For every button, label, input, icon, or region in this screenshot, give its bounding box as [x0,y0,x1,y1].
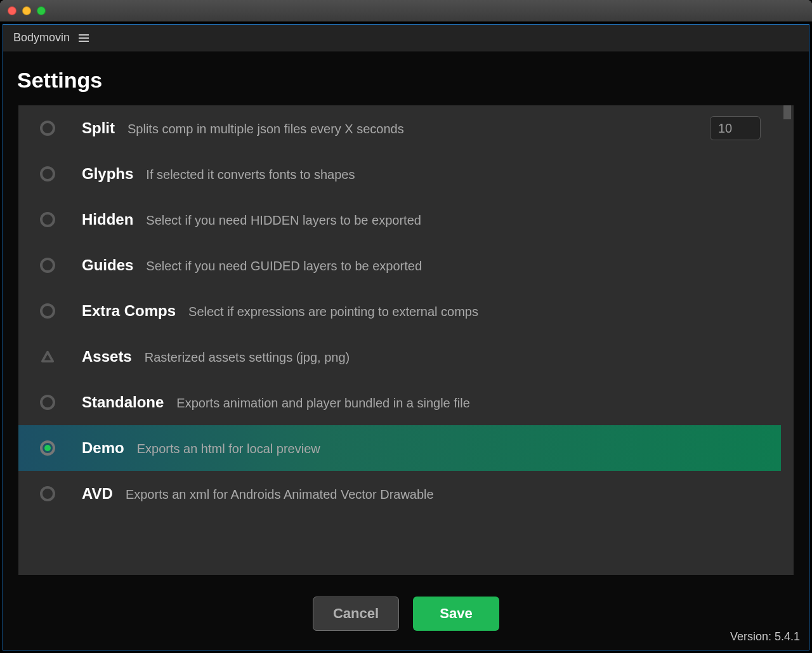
setting-labels: DemoExports an html for local preview [82,439,766,457]
setting-description: Select if you need HIDDEN layers to be e… [146,213,421,228]
settings-row-assets[interactable]: AssetsRasterized assets settings (jpg, p… [18,334,781,379]
version-label: Version: 5.4.1 [730,630,800,643]
radio-icon[interactable] [40,303,55,319]
setting-label: Guides [82,256,133,274]
radio-icon[interactable] [40,258,55,273]
setting-description: Rasterized assets settings (jpg, png) [145,350,350,365]
settings-row-standalone[interactable]: StandaloneExports animation and player b… [18,379,781,425]
page-title: Settings [3,51,809,105]
setting-labels: HiddenSelect if you need HIDDEN layers t… [82,211,766,228]
setting-label: AVD [82,485,113,503]
titlebar [0,0,812,22]
settings-row-glyphs[interactable]: GlyphsIf selected it converts fonts to s… [18,151,781,197]
window: Bodymovin Settings SplitSplits comp in m… [0,0,812,653]
setting-labels: StandaloneExports animation and player b… [82,393,766,411]
setting-labels: AVDExports an xml for Androids Animated … [82,485,766,503]
setting-labels: GlyphsIf selected it converts fonts to s… [82,165,766,183]
setting-description: If selected it converts fonts to shapes [146,168,355,182]
setting-labels: SplitSplits comp in multiple json files … [82,119,710,137]
settings-row-avd[interactable]: AVDExports an xml for Androids Animated … [18,471,781,517]
app: Bodymovin Settings SplitSplits comp in m… [3,24,809,650]
settings-row-split[interactable]: SplitSplits comp in multiple json files … [18,105,781,151]
settings-row-demo[interactable]: DemoExports an html for local preview [18,425,781,471]
setting-description: Exports animation and player bundled in … [176,396,470,411]
expand-icon [40,349,55,364]
radio-icon[interactable] [40,486,55,501]
setting-description: Select if expressions are pointing to ex… [188,305,478,319]
radio-icon[interactable] [40,121,55,136]
setting-description: Exports an html for local preview [137,442,320,456]
button-bar: Cancel Save [3,575,809,650]
setting-label: Hidden [82,211,133,228]
zoom-window-button[interactable] [37,6,46,15]
settings-row-hidden[interactable]: HiddenSelect if you need HIDDEN layers t… [18,197,781,242]
setting-label: Extra Comps [82,302,176,320]
app-name: Bodymovin [13,31,70,44]
save-button[interactable]: Save [413,597,499,631]
setting-label: Assets [82,348,132,366]
settings-row-extra-comps[interactable]: Extra CompsSelect if expressions are poi… [18,288,781,334]
setting-label: Demo [82,439,124,457]
setting-labels: Extra CompsSelect if expressions are poi… [82,302,766,320]
menu-icon[interactable] [79,34,89,42]
close-window-button[interactable] [8,6,16,15]
app-frame: Bodymovin Settings SplitSplits comp in m… [0,22,812,653]
radio-icon[interactable] [40,212,55,227]
setting-labels: GuidesSelect if you need GUIDED layers t… [82,256,766,274]
settings-list: SplitSplits comp in multiple json files … [18,105,781,575]
setting-description: Splits comp in multiple json files every… [128,122,404,136]
cancel-button[interactable]: Cancel [313,597,399,631]
split-seconds-input[interactable] [710,116,761,140]
setting-label: Standalone [82,393,164,411]
minimize-window-button[interactable] [22,6,31,15]
scrollbar-thumb[interactable] [783,105,791,119]
scrollbar-track[interactable] [781,105,794,575]
app-header: Bodymovin [3,25,809,51]
radio-icon[interactable] [40,395,55,410]
setting-label: Glyphs [82,165,133,183]
settings-panel: SplitSplits comp in multiple json files … [18,105,794,575]
setting-description: Select if you need GUIDED layers to be e… [146,259,422,274]
radio-icon[interactable] [40,166,55,181]
setting-labels: AssetsRasterized assets settings (jpg, p… [82,348,766,366]
setting-description: Exports an xml for Androids Animated Vec… [126,487,434,502]
radio-icon[interactable] [40,440,55,456]
settings-row-guides[interactable]: GuidesSelect if you need GUIDED layers t… [18,242,781,288]
setting-label: Split [82,119,115,137]
